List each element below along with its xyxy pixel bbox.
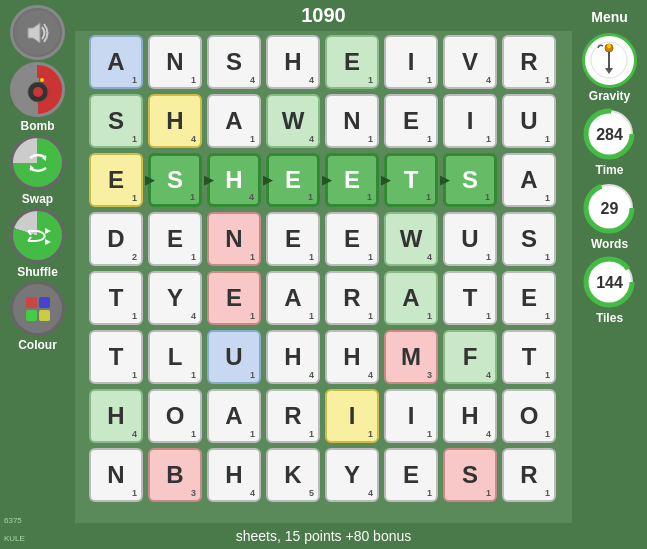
cell-letter: A: [520, 166, 537, 194]
cell-letter: D: [107, 225, 124, 253]
grid-cell[interactable]: S1: [502, 212, 556, 266]
grid-cell[interactable]: H4: [148, 94, 202, 148]
cell-letter: S: [108, 107, 124, 135]
grid-cell[interactable]: B3: [148, 448, 202, 502]
grid-cell[interactable]: U1: [207, 330, 261, 384]
cell-letter: N: [166, 48, 183, 76]
cell-score: 1: [191, 370, 196, 380]
grid-cell[interactable]: T1: [502, 330, 556, 384]
grid-cell[interactable]: Y4: [325, 448, 379, 502]
grid-cell[interactable]: E1: [502, 271, 556, 325]
cell-score: 1: [367, 192, 372, 202]
grid-cell[interactable]: N1: [207, 212, 261, 266]
grid-cell[interactable]: R1: [266, 389, 320, 443]
cell-score: 1: [309, 252, 314, 262]
grid-cell[interactable]: T1: [89, 271, 143, 325]
grid-cell[interactable]: R1: [325, 271, 379, 325]
grid-cell[interactable]: K5: [266, 448, 320, 502]
swap-button[interactable]: [10, 135, 65, 190]
grid-cell[interactable]: A1: [207, 389, 261, 443]
svg-point-19: [607, 44, 611, 48]
cell-score: 1: [308, 192, 313, 202]
grid-cell[interactable]: O1: [502, 389, 556, 443]
grid-cell[interactable]: V4: [443, 35, 497, 89]
grid-cell[interactable]: A1: [89, 35, 143, 89]
grid-cell[interactable]: M3: [384, 330, 438, 384]
grid-cell[interactable]: E1: [207, 271, 261, 325]
grid-cell[interactable]: N1: [148, 35, 202, 89]
grid-cell[interactable]: R1: [502, 448, 556, 502]
swap-item: Swap: [5, 135, 70, 206]
cell-score: 1: [368, 252, 373, 262]
grid-cell[interactable]: F4: [443, 330, 497, 384]
grid-cell[interactable]: E1▶: [325, 153, 379, 207]
cell-letter: Y: [167, 284, 183, 312]
grid-cell[interactable]: E1: [325, 35, 379, 89]
grid-cell[interactable]: H4: [207, 448, 261, 502]
cell-letter: E: [344, 48, 360, 76]
cell-letter: T: [404, 166, 419, 194]
grid-cell[interactable]: T1: [89, 330, 143, 384]
grid-cell[interactable]: U1: [443, 212, 497, 266]
grid-cell[interactable]: E1: [384, 94, 438, 148]
cell-score: 1: [426, 192, 431, 202]
menu-item: Menu: [583, 5, 636, 29]
grid-cell[interactable]: A1: [207, 94, 261, 148]
cell-letter: R: [284, 402, 301, 430]
grid-cell[interactable]: E1: [89, 153, 143, 207]
grid-cell[interactable]: U1: [502, 94, 556, 148]
speaker-button[interactable]: [10, 5, 65, 60]
cell-score: 4: [427, 252, 432, 262]
menu-button[interactable]: Menu: [583, 5, 636, 29]
grid-cell[interactable]: A1: [384, 271, 438, 325]
grid-cell[interactable]: W4: [384, 212, 438, 266]
grid-cell[interactable]: E1▶: [266, 153, 320, 207]
cell-score: 1: [486, 134, 491, 144]
cell-score: 4: [132, 429, 137, 439]
grid-cell[interactable]: I1: [384, 35, 438, 89]
grid-cell[interactable]: H4: [266, 330, 320, 384]
grid-cell[interactable]: I1: [384, 389, 438, 443]
bomb-button[interactable]: [10, 62, 65, 117]
cell-letter: U: [225, 343, 242, 371]
grid-cell[interactable]: E1: [148, 212, 202, 266]
grid-cell[interactable]: W4: [266, 94, 320, 148]
grid-cell[interactable]: R1: [502, 35, 556, 89]
grid-cell[interactable]: D2: [89, 212, 143, 266]
grid-cell[interactable]: H4: [325, 330, 379, 384]
grid-cell[interactable]: H4: [89, 389, 143, 443]
grid-cell[interactable]: A1: [266, 271, 320, 325]
score-value: 1090: [301, 4, 346, 26]
cell-score: 1: [368, 311, 373, 321]
grid-cell[interactable]: N1: [325, 94, 379, 148]
main-content: 1090 A1N1S4H4E1I1V4R1S1H4A1W4N1E1I1U1E1S…: [75, 0, 572, 549]
shuffle-button[interactable]: [10, 208, 65, 263]
cell-score: 1: [250, 370, 255, 380]
grid-cell[interactable]: E1: [266, 212, 320, 266]
grid-cell[interactable]: H4▶: [207, 153, 261, 207]
grid-cell[interactable]: I1: [443, 94, 497, 148]
grid-cell[interactable]: E1: [325, 212, 379, 266]
gravity-gauge[interactable]: [582, 33, 637, 88]
grid-cell[interactable]: S1▶: [443, 153, 497, 207]
grid-cell[interactable]: N1: [89, 448, 143, 502]
grid-cell[interactable]: S4: [207, 35, 261, 89]
colour-button[interactable]: [10, 281, 65, 336]
grid-cell[interactable]: O1: [148, 389, 202, 443]
grid-cell[interactable]: E1: [384, 448, 438, 502]
grid-cell[interactable]: I1: [325, 389, 379, 443]
grid-cell[interactable]: S1: [89, 94, 143, 148]
grid-cell[interactable]: H4: [266, 35, 320, 89]
grid-cell[interactable]: H4: [443, 389, 497, 443]
svg-point-4: [40, 78, 44, 82]
grid-cell[interactable]: Y4: [148, 271, 202, 325]
cell-letter: T: [109, 343, 124, 371]
grid-cell[interactable]: S1: [443, 448, 497, 502]
grid-cell[interactable]: T1: [443, 271, 497, 325]
grid-cell[interactable]: S1▶: [148, 153, 202, 207]
cell-letter: I: [408, 48, 415, 76]
time-gauge: 284: [582, 107, 637, 162]
grid-cell[interactable]: T1▶: [384, 153, 438, 207]
grid-cell[interactable]: A1: [502, 153, 556, 207]
grid-cell[interactable]: L1: [148, 330, 202, 384]
